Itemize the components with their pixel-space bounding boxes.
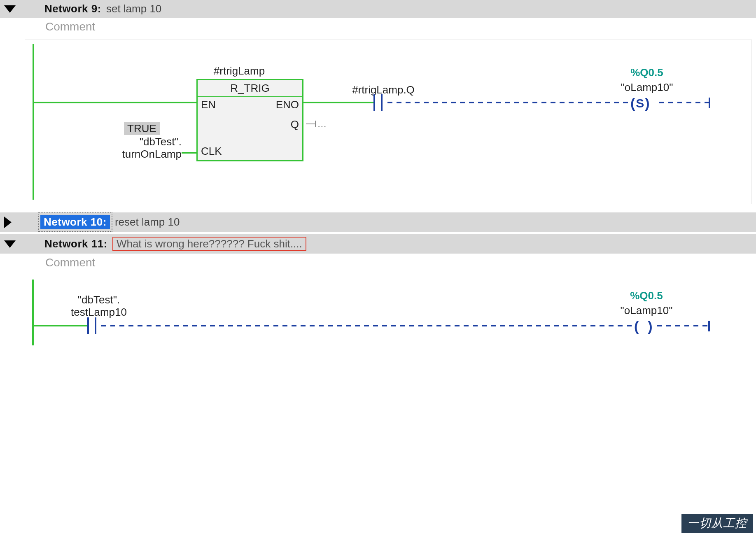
coil-name-11[interactable]: "oLamp10": [593, 304, 700, 317]
coil-paren-right: ): [645, 95, 649, 111]
wire-clk: [182, 152, 196, 154]
network-10-label[interactable]: Network 10:: [40, 215, 110, 229]
network-9-label: Network 9:: [44, 2, 101, 15]
clk-tag-line2[interactable]: turnOnLamp: [75, 148, 182, 161]
coil-paren-left: (: [630, 95, 635, 111]
network-9-title[interactable]: set lamp 10: [106, 2, 161, 15]
fb-instance-tag[interactable]: #rtrigLamp: [173, 65, 305, 77]
network-11-comment[interactable]: Comment: [45, 256, 756, 272]
contact-tag-line1[interactable]: "dbTest".: [49, 294, 148, 306]
wire-rail-to-contact: [34, 325, 87, 326]
coil-paren-right: ): [648, 318, 652, 334]
network-11-label: Network 11:: [44, 238, 107, 250]
fb-pin-eno: ENO: [276, 98, 299, 111]
wire-endcap: [709, 98, 710, 108]
coil-paren-left: (: [634, 318, 639, 334]
chevron-down-icon[interactable]: [4, 5, 16, 13]
contact-icon: [87, 317, 89, 334]
contact-rtrig-q-tag[interactable]: #rtrigLamp.Q: [330, 84, 437, 96]
contact-icon: [373, 94, 375, 111]
clk-value-chip: TRUE: [124, 122, 160, 135]
contact-rtrig-q[interactable]: [373, 94, 383, 111]
wire-eno-out: [303, 102, 373, 103]
set-coil[interactable]: ( S ): [630, 95, 650, 111]
network-11-title[interactable]: What is wrong here?????? Fuck shit....: [112, 237, 306, 251]
wire-rail-to-en: [34, 102, 196, 103]
network-11-header[interactable]: Network 11: What is wrong here?????? Fuc…: [0, 234, 756, 254]
network-11-rung[interactable]: "dbTest". testLamp10 %Q0.5 "oLamp10" ( ): [25, 275, 752, 350]
contact-tag-line2[interactable]: testLamp10: [49, 306, 148, 319]
network-9-comment[interactable]: Comment: [45, 20, 756, 36]
pin-stub-icon: [306, 124, 315, 124]
network-9-rung[interactable]: #rtrigLamp R_TRIG EN ENO Q CLK ... TRUE …: [25, 40, 752, 204]
fb-q-stub-text: ...: [317, 117, 327, 130]
chevron-right-icon[interactable]: [4, 217, 12, 228]
wire-endcap: [708, 321, 710, 331]
fb-pin-q: Q: [291, 118, 299, 131]
fb-type-label: R_TRIG: [198, 80, 302, 97]
network-10-title[interactable]: reset lamp 10: [115, 216, 180, 228]
contact-icon: [381, 94, 383, 111]
coil-address[interactable]: %Q0.5: [593, 66, 700, 79]
network-10-header[interactable]: Network 10: reset lamp 10: [0, 212, 756, 232]
chevron-down-icon[interactable]: [4, 240, 16, 248]
network-9-header[interactable]: Network 9: set lamp 10: [0, 0, 756, 18]
coil-olamp10[interactable]: ( ): [634, 318, 653, 334]
fb-q-stub[interactable]: ...: [306, 117, 327, 130]
clk-tag-line1[interactable]: "dbTest".: [75, 135, 182, 148]
fb-pin-clk: CLK: [201, 145, 222, 158]
coil-address-11[interactable]: %Q0.5: [593, 289, 700, 302]
power-rail: [32, 280, 34, 345]
contact-testlamp10[interactable]: [87, 317, 96, 334]
coil-type: S: [636, 96, 644, 110]
power-rail: [33, 44, 34, 200]
r-trig-block[interactable]: R_TRIG EN ENO Q CLK: [196, 79, 303, 161]
wire-svg: [25, 40, 751, 204]
coil-name[interactable]: "oLamp10": [593, 81, 700, 94]
contact-icon: [95, 317, 96, 334]
fb-pin-en: EN: [201, 98, 216, 111]
